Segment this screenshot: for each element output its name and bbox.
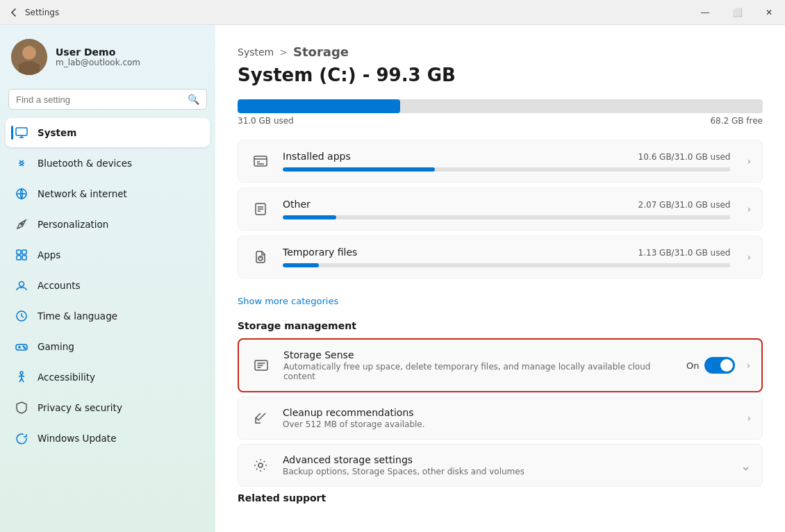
sidebar-item-personalization[interactable]: Personalization (6, 210, 210, 239)
mgmt-chevron-0: › (747, 413, 751, 424)
svg-point-37 (258, 463, 263, 467)
search-icon: 🔍 (188, 94, 199, 105)
sidebar-item-privacy[interactable]: Privacy & security (6, 393, 210, 422)
related-support-title: Related support (238, 492, 763, 504)
content-area: System > Storage System (C:) - 99.3 GB 3… (215, 25, 785, 532)
category-item-1[interactable]: Other 2.07 GB/31.0 GB used › (238, 188, 763, 231)
category-item-0[interactable]: Installed apps 10.6 GB/31.0 GB used › (238, 140, 763, 183)
breadcrumb: System > Storage (238, 44, 763, 59)
sidebar-item-time[interactable]: Time & language (6, 301, 210, 331)
storage-free-label: 68.2 GB free (710, 116, 763, 126)
category-bar-track-1 (283, 215, 730, 219)
category-bar-fill-1 (283, 215, 336, 219)
nav-icon-personalization (14, 217, 29, 232)
nav-icon-time (14, 308, 29, 324)
svg-point-19 (23, 346, 24, 347)
category-bar-track-0 (283, 167, 730, 172)
profile-info: User Demo m_lab@outlook.com (56, 47, 140, 67)
svg-point-14 (19, 282, 24, 287)
mgmt-info-0: Cleanup recommendations Over 512 MB of s… (283, 407, 736, 429)
svg-rect-23 (254, 156, 267, 166)
category-chevron-0: › (747, 156, 751, 167)
storage-sense-item[interactable]: Storage Sense Automatically free up spac… (238, 338, 763, 392)
svg-rect-12 (17, 256, 21, 260)
mgmt-name-0: Cleanup recommendations (283, 407, 736, 418)
nav-icon-update (14, 431, 29, 446)
sidebar-item-update[interactable]: Windows Update (6, 424, 210, 453)
nav-label-bluetooth: Bluetooth & devices (38, 158, 132, 169)
show-more-link[interactable]: Show more categories (238, 296, 338, 306)
management-list: Cleanup recommendations Over 512 MB of s… (238, 397, 763, 487)
profile-name: User Demo (56, 47, 140, 58)
storage-bar-track (238, 99, 763, 113)
sidebar-item-network[interactable]: Network & internet (6, 179, 210, 208)
storage-bar-labels: 31.0 GB used 68.2 GB free (238, 116, 763, 126)
sidebar-item-system[interactable]: System (6, 118, 210, 147)
app-body: User Demo m_lab@outlook.com 🔍 System Blu… (0, 25, 785, 532)
nav-icon-system (14, 125, 29, 140)
mgmt-desc-1: Backup options, Storage Spaces, other di… (283, 467, 729, 476)
category-info-0: Installed apps 10.6 GB/31.0 GB used (283, 151, 730, 172)
mgmt-item-0[interactable]: Cleanup recommendations Over 512 MB of s… (238, 397, 763, 440)
storage-sense-info: Storage Sense Automatically free up spac… (283, 349, 675, 381)
nav-label-time: Time & language (38, 310, 117, 322)
category-name-0: Installed apps (283, 151, 351, 162)
nav-label-accessibility: Accessibility (38, 372, 95, 383)
svg-rect-13 (22, 256, 26, 260)
titlebar-left: Settings (8, 7, 59, 18)
storage-sense-icon (250, 354, 272, 376)
category-name-1: Other (283, 199, 311, 210)
nav-label-update: Windows Update (38, 433, 116, 444)
nav-icon-privacy (14, 400, 29, 415)
storage-sense-chevron: › (746, 360, 750, 371)
category-list: Installed apps 10.6 GB/31.0 GB used › Ot… (238, 140, 763, 283)
mgmt-item-1[interactable]: Advanced storage settings Backup options… (238, 444, 763, 487)
toggle-knob (720, 359, 733, 372)
mgmt-chevron-1: ⌄ (741, 458, 751, 473)
breadcrumb-parent: System (238, 47, 274, 58)
storage-used-label: 31.0 GB used (238, 116, 294, 126)
sidebar-item-bluetooth[interactable]: Bluetooth & devices (6, 149, 210, 178)
nav-icon-accounts (14, 278, 29, 293)
back-icon[interactable] (8, 7, 19, 18)
sidebar-item-accessibility[interactable]: Accessibility (6, 363, 210, 392)
sidebar-nav: System Bluetooth & devices Network & int… (0, 115, 215, 456)
mgmt-info-1: Advanced storage settings Backup options… (283, 454, 729, 476)
storage-sense-description: Automatically free up space, delete temp… (283, 362, 675, 381)
category-usage-0: 10.6 GB/31.0 GB used (638, 152, 731, 162)
nav-label-gaming: Gaming (38, 341, 74, 352)
category-item-2[interactable]: Temporary files 1.13 GB/31.0 GB used › (238, 235, 763, 279)
nav-icon-network (14, 186, 29, 201)
mgmt-desc-0: Over 512 MB of storage available. (283, 419, 736, 429)
svg-rect-10 (17, 250, 21, 254)
search-box[interactable]: 🔍 (8, 89, 207, 110)
nav-icon-apps (14, 247, 29, 263)
sidebar-item-apps[interactable]: Apps (6, 240, 210, 269)
close-button[interactable]: ✕ (753, 0, 785, 25)
storage-management-title: Storage management (238, 320, 763, 331)
mgmt-icon-1 (249, 454, 272, 476)
category-icon-1 (249, 198, 272, 220)
category-info-1: Other 2.07 GB/31.0 GB used (283, 199, 730, 219)
nav-label-personalization: Personalization (38, 219, 108, 230)
storage-sense-toggle[interactable] (704, 357, 735, 374)
sidebar-item-gaming[interactable]: Gaming (6, 332, 210, 361)
category-info-2: Temporary files 1.13 GB/31.0 GB used (283, 247, 730, 267)
category-chevron-1: › (747, 203, 751, 215)
svg-point-20 (24, 347, 26, 349)
nav-label-apps: Apps (38, 249, 60, 260)
storage-sense-right: On › (686, 357, 750, 374)
nav-label-accounts: Accounts (38, 280, 81, 291)
minimize-button[interactable]: — (689, 0, 721, 25)
category-chevron-2: › (747, 251, 751, 263)
storage-sense-name: Storage Sense (283, 349, 675, 360)
category-usage-2: 1.13 GB/31.0 GB used (638, 248, 731, 258)
svg-point-1 (22, 46, 36, 60)
category-name-2: Temporary files (283, 247, 357, 258)
page-title: System (C:) - 99.3 GB (238, 65, 763, 85)
search-input[interactable] (16, 94, 182, 105)
sidebar-profile: User Demo m_lab@outlook.com (0, 25, 215, 86)
maximize-button[interactable]: ⬜ (721, 0, 753, 25)
breadcrumb-current: Storage (293, 44, 349, 59)
sidebar-item-accounts[interactable]: Accounts (6, 271, 210, 300)
